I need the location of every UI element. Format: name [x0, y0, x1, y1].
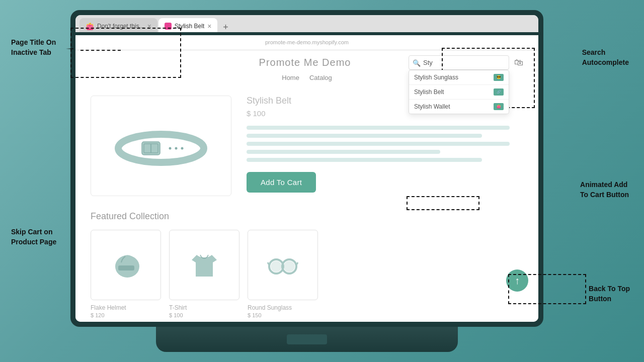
helmet-image [108, 247, 143, 283]
featured-img-box-3 [248, 230, 318, 300]
tab2-close[interactable]: × [207, 22, 211, 30]
featured-price-1: $ 120 [91, 312, 161, 318]
desc-line-2 [247, 134, 482, 138]
svg-point-14 [271, 261, 282, 272]
featured-item-3[interactable]: Round Sunglass $ 150 [248, 230, 318, 318]
belt-image [111, 116, 211, 176]
site-title: Promote Me Demo [201, 57, 409, 68]
desc-line-3 [247, 142, 510, 146]
sunglass-image [265, 247, 300, 283]
desc-line-5 [247, 158, 482, 162]
featured-section: Featured Collection [75, 206, 538, 322]
annotation-add-cart: Animated AddTo Cart Button [580, 180, 629, 200]
featured-title: Featured Collection [91, 211, 523, 222]
svg-point-6 [181, 147, 184, 150]
svg-line-13 [296, 262, 298, 265]
autocomplete-icon-2: 🔗 [494, 88, 504, 96]
autocomplete-item-3[interactable]: Stylish Wallet 👛 [409, 100, 509, 114]
autocomplete-label-2: Stylish Belt [414, 88, 444, 96]
autocomplete-icon-1: 😎 [494, 74, 504, 81]
product-image-box [91, 96, 231, 196]
add-to-cart-button[interactable]: Add To Cart [247, 172, 316, 193]
annotation-search: SearchAutocomplete [582, 48, 629, 67]
dashed-box-add-cart [407, 196, 479, 210]
featured-price-3: $ 150 [248, 312, 318, 318]
dashed-box-page-title [70, 28, 181, 78]
desc-line-1 [247, 126, 510, 130]
trackpad[interactable] [287, 334, 327, 344]
svg-point-0 [118, 134, 204, 162]
featured-name-3: Round Sunglass [248, 304, 318, 311]
featured-item-2[interactable]: T-Shirt $ 100 [169, 230, 239, 318]
annotation-back-top: Back To TopButton [589, 284, 630, 304]
laptop-base [156, 327, 458, 352]
autocomplete-item-2[interactable]: Stylish Belt 🔗 [409, 85, 509, 100]
svg-point-15 [284, 261, 295, 272]
svg-point-5 [175, 147, 178, 150]
page-content: Promote Me Demo 🔍 Stylish Sunglass [75, 50, 538, 322]
svg-line-12 [268, 262, 269, 265]
autocomplete-label-3: Stylish Wallet [414, 103, 450, 110]
svg-point-4 [169, 147, 172, 150]
product-description [247, 126, 523, 162]
annotation-arrow-1 [66, 48, 73, 49]
featured-name-2: T-Shirt [169, 304, 239, 311]
annotation-skip-cart: Skip Cart onProduct Page [11, 227, 56, 247]
svg-rect-8 [118, 265, 134, 270]
featured-item-1[interactable]: Flake Helmet $ 120 [91, 230, 161, 318]
autocomplete-dropdown: Stylish Sunglass 😎 Stylish Belt 🔗 [409, 70, 509, 114]
featured-name-1: Flake Helmet [91, 304, 161, 311]
autocomplete-item[interactable]: Stylish Sunglass 😎 [409, 70, 509, 85]
nav-home[interactable]: Home [282, 74, 299, 81]
nav-catalog[interactable]: Catalog [309, 74, 332, 81]
annotation-line-1 [80, 50, 121, 51]
search-icon: 🔍 [413, 59, 421, 66]
autocomplete-icon-3: 👛 [494, 103, 504, 110]
tshirt-image [187, 247, 222, 283]
annotation-page-title: Page Title OnInactive Tab [11, 38, 56, 57]
autocomplete-label-1: Stylish Sunglass [414, 74, 458, 81]
featured-img-box-1 [91, 230, 161, 300]
featured-price-2: $ 100 [169, 312, 239, 318]
dashed-box-back-top [508, 274, 586, 304]
desc-line-4 [247, 150, 440, 154]
featured-grid: Flake Helmet $ 120 T-Shirt [91, 230, 523, 318]
featured-img-box-2 [169, 230, 239, 300]
